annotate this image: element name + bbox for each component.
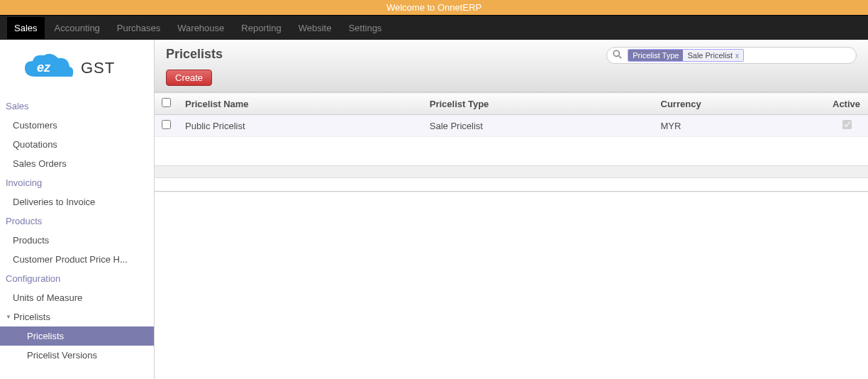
- logo-text: GST: [81, 59, 115, 77]
- cell-name: Public Pricelist: [178, 115, 423, 137]
- svg-point-1: [613, 50, 619, 56]
- nav-reporting[interactable]: Reporting: [234, 17, 288, 39]
- table-row[interactable]: Public Pricelist Sale Pricelist MYR: [155, 115, 868, 137]
- sidebar-item-deliveries-to-invoice[interactable]: Deliveries to Invoice: [0, 192, 154, 212]
- bottom-separator: [155, 191, 868, 192]
- page-title: Pricelists: [166, 47, 223, 62]
- search-facet-value: Sale Pricelist: [687, 51, 733, 60]
- sidebar-section-configuration[interactable]: Configuration: [0, 269, 154, 288]
- cell-type: Sale Pricelist: [423, 115, 654, 137]
- nav-accounting[interactable]: Accounting: [48, 17, 107, 39]
- sidebar-item-pricelists-parent[interactable]: ▼ Pricelists: [0, 307, 154, 326]
- main-content: Pricelists Pricelist Type Sale Pricelist…: [155, 40, 868, 379]
- sidebar: ez GST Sales Customers Quotations Sales …: [0, 40, 155, 379]
- sidebar-item-customer-product-price-history[interactable]: Customer Product Price H...: [0, 250, 154, 269]
- search-facet[interactable]: Pricelist Type Sale Pricelist x: [628, 49, 744, 62]
- svg-text:ez: ez: [37, 60, 51, 75]
- cell-currency: MYR: [654, 115, 825, 137]
- welcome-banner: Welcome to OnnetERP: [0, 0, 868, 16]
- svg-line-2: [619, 56, 622, 59]
- table-footer-bar: [155, 165, 868, 178]
- view-header: Pricelists Pricelist Type Sale Pricelist…: [155, 40, 868, 92]
- sidebar-item-sales-orders[interactable]: Sales Orders: [0, 154, 154, 173]
- sidebar-item-label: Pricelists: [13, 312, 50, 322]
- create-button[interactable]: Create: [166, 70, 212, 86]
- column-header-currency[interactable]: Currency: [654, 93, 825, 115]
- sidebar-item-products[interactable]: Products: [0, 231, 154, 250]
- sidebar-item-customers[interactable]: Customers: [0, 116, 154, 135]
- search-icon: [610, 50, 625, 61]
- pricelist-table: Pricelist Name Pricelist Type Currency A…: [155, 92, 868, 137]
- sidebar-item-pricelist-versions[interactable]: Pricelist Versions: [0, 346, 154, 365]
- nav-settings[interactable]: Settings: [341, 17, 389, 39]
- sidebar-section-sales[interactable]: Sales: [0, 97, 154, 116]
- cloud-icon: ez: [21, 53, 75, 84]
- row-select-checkbox[interactable]: [162, 120, 171, 129]
- search-input[interactable]: [747, 50, 853, 60]
- nav-website[interactable]: Website: [291, 17, 339, 39]
- sidebar-section-invoicing[interactable]: Invoicing: [0, 173, 154, 192]
- column-header-type[interactable]: Pricelist Type: [423, 93, 654, 115]
- column-header-name[interactable]: Pricelist Name: [178, 93, 423, 115]
- nav-warehouse[interactable]: Warehouse: [170, 17, 231, 39]
- sidebar-section-products[interactable]: Products: [0, 212, 154, 231]
- select-all-checkbox[interactable]: [162, 98, 171, 107]
- column-header-active[interactable]: Active: [825, 93, 868, 115]
- search-facet-category: Pricelist Type: [628, 50, 683, 61]
- nav-purchases[interactable]: Purchases: [110, 17, 167, 39]
- welcome-banner-text: Welcome to OnnetERP: [386, 2, 482, 13]
- search-facet-remove[interactable]: x: [735, 52, 739, 60]
- top-navigation: Sales Accounting Purchases Warehouse Rep…: [0, 16, 868, 40]
- sidebar-item-units-of-measure[interactable]: Units of Measure: [0, 288, 154, 307]
- nav-sales[interactable]: Sales: [7, 17, 45, 39]
- sidebar-item-quotations[interactable]: Quotations: [0, 135, 154, 154]
- logo[interactable]: ez GST: [0, 40, 154, 97]
- sidebar-item-pricelists[interactable]: Pricelists: [0, 326, 154, 346]
- caret-down-icon: ▼: [6, 314, 11, 320]
- search-box[interactable]: Pricelist Type Sale Pricelist x: [606, 47, 857, 64]
- cell-active-checkbox: [842, 120, 852, 129]
